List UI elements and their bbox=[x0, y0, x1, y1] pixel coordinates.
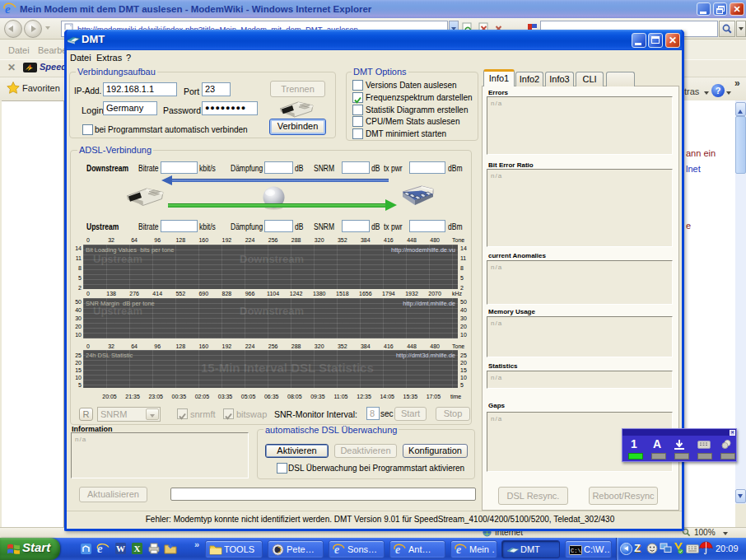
svg-text:X: X bbox=[134, 544, 141, 553]
svg-text:C:\: C:\ bbox=[571, 548, 581, 554]
svg-text:W: W bbox=[116, 544, 125, 553]
